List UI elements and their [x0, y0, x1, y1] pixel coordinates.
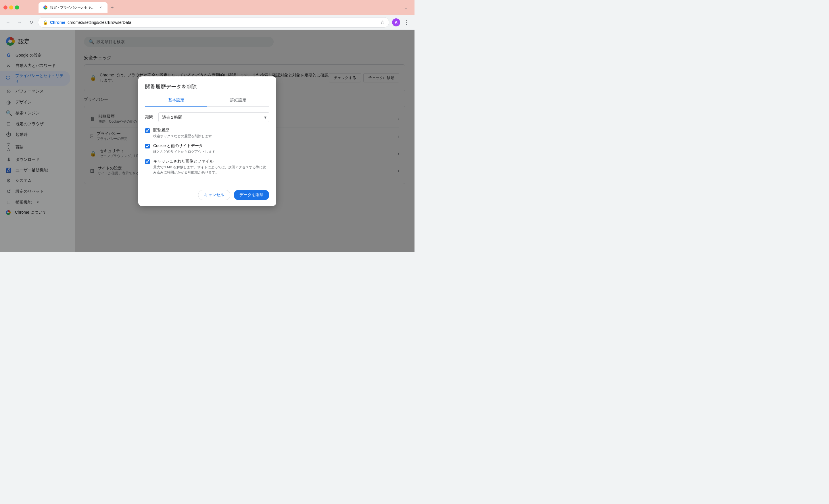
- dialog-footer: キャンセル データを削除: [138, 185, 276, 206]
- delete-data-button[interactable]: データを削除: [234, 190, 269, 200]
- toolbar-right: A ⋮: [392, 18, 411, 27]
- chrome-label: Chrome: [50, 20, 65, 25]
- cookies-checkbox[interactable]: [145, 144, 150, 149]
- tab-bar: 設定 - プライバシーとセキュリテ ✕ +: [21, 2, 399, 13]
- traffic-lights: [3, 5, 19, 9]
- cancel-button[interactable]: キャンセル: [198, 190, 230, 200]
- clear-browser-data-dialog: 閲覧履歴データを削除 基本設定 詳細設定 期間 過去１時間 過去24時間 過去7…: [138, 76, 276, 206]
- lock-icon: 🔒: [43, 20, 48, 25]
- title-bar: 設定 - プライバシーとセキュリテ ✕ + ⌄: [0, 0, 414, 15]
- cache-checkbox-desc: 最大で１MB を解放します。サイトによっては、次回アクセスする際に読み込みに時間…: [153, 164, 269, 175]
- checkbox-history: 閲覧履歴 検索ボックスなどの履歴を削除します: [145, 128, 269, 139]
- avatar: A: [392, 18, 400, 27]
- browser-content: 設定 G Google の設定 ∞ 自動入力とパスワード 🛡 プライバシーとセキ…: [0, 30, 414, 252]
- tab-advanced[interactable]: 詳細設定: [207, 95, 269, 107]
- bookmark-icon[interactable]: ☆: [380, 20, 384, 25]
- maximize-button[interactable]: [15, 5, 19, 9]
- tab-title: 設定 - プライバシーとセキュリテ: [50, 5, 96, 10]
- back-button[interactable]: ←: [3, 18, 13, 27]
- profile-button[interactable]: A: [392, 18, 401, 27]
- menu-button[interactable]: ⋮: [402, 18, 411, 27]
- period-row: 期間 過去１時間 過去24時間 過去7日間 過去4週間 全期間 ▾: [145, 112, 269, 122]
- address-bar[interactable]: 🔒 Chrome chrome://settings/clearBrowserD…: [38, 17, 389, 28]
- dialog-body: 期間 過去１時間 過去24時間 過去7日間 過去4週間 全期間 ▾: [138, 107, 276, 185]
- history-checkbox-content: 閲覧履歴 検索ボックスなどの履歴を削除します: [153, 128, 212, 139]
- checkbox-cookies: Cookie と他のサイトデータ ほとんどのサイトからログアウトします: [145, 143, 269, 154]
- history-checkbox-desc: 検索ボックスなどの履歴を削除します: [153, 133, 212, 139]
- tab-expand-button[interactable]: ⌄: [402, 3, 411, 12]
- cache-checkbox-content: キャッシュされた画像とファイル 最大で１MB を解放します。サイトによっては、次…: [153, 159, 269, 175]
- cookies-checkbox-title: Cookie と他のサイトデータ: [153, 143, 215, 149]
- refresh-button[interactable]: ↻: [27, 18, 36, 27]
- checkbox-cache: キャッシュされた画像とファイル 最大で１MB を解放します。サイトによっては、次…: [145, 159, 269, 175]
- dialog-header: 閲覧履歴データを削除 基本設定 詳細設定: [138, 76, 276, 107]
- modal-overlay: 閲覧履歴データを削除 基本設定 詳細設定 期間 過去１時間 過去24時間 過去7…: [0, 30, 414, 252]
- tab-basic[interactable]: 基本設定: [145, 95, 207, 107]
- close-button[interactable]: [3, 5, 7, 9]
- cache-checkbox[interactable]: [145, 159, 150, 164]
- cookies-checkbox-desc: ほとんどのサイトからログアウトします: [153, 149, 215, 154]
- new-tab-button[interactable]: +: [108, 3, 117, 13]
- address-bar-row: ← → ↻ 🔒 Chrome chrome://settings/clearBr…: [0, 15, 414, 30]
- period-label: 期間: [145, 115, 154, 120]
- tab-close-button[interactable]: ✕: [98, 5, 103, 10]
- dialog-title: 閲覧履歴データを削除: [145, 83, 269, 90]
- tab-favicon: [43, 5, 48, 10]
- minimize-button[interactable]: [9, 5, 13, 9]
- history-checkbox-title: 閲覧履歴: [153, 128, 212, 133]
- forward-button[interactable]: →: [15, 18, 24, 27]
- cache-checkbox-title: キャッシュされた画像とファイル: [153, 159, 269, 164]
- address-url: chrome://settings/clearBrowserData: [68, 20, 378, 25]
- period-select-wrapper: 過去１時間 過去24時間 過去7日間 過去4週間 全期間 ▾: [158, 112, 269, 122]
- cookies-checkbox-content: Cookie と他のサイトデータ ほとんどのサイトからログアウトします: [153, 143, 215, 154]
- period-select[interactable]: 過去１時間 過去24時間 過去7日間 過去4週間 全期間: [158, 112, 269, 122]
- active-tab[interactable]: 設定 - プライバシーとセキュリテ ✕: [38, 2, 108, 13]
- history-checkbox[interactable]: [145, 128, 150, 133]
- dialog-tabs: 基本設定 詳細設定: [145, 95, 269, 107]
